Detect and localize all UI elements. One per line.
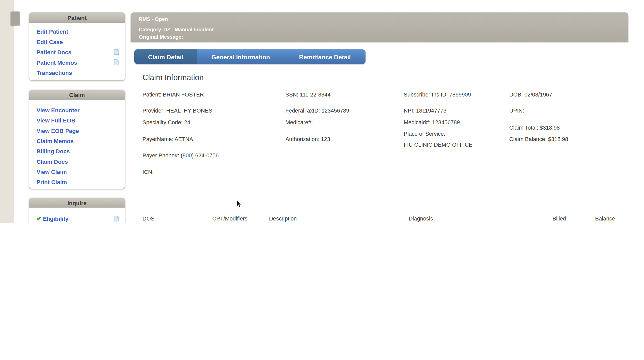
left-margin-strip	[0, 0, 14, 223]
panel-claim: Claim View Encounter View Full EOB View …	[29, 90, 125, 189]
app-window: Patient Edit Patient Edit Case Patient D…	[0, 0, 644, 223]
field-payer-name: PayerName: AETNA	[142, 136, 193, 143]
field-medicare: Medicare#:	[285, 119, 313, 126]
document-icon[interactable]	[114, 49, 119, 55]
main-content: RMS - Open Category: 0Z - Manual Inciden…	[131, 0, 628, 223]
field-dob: DOB: 02/03/1967	[509, 91, 552, 99]
tab-general-information[interactable]: General Information	[197, 49, 284, 64]
panel-patient: Patient Edit Patient Edit Case Patient D…	[29, 12, 125, 80]
field-federal-tax-id: FederalTaxID: 123456789	[285, 107, 349, 115]
tab-bar: Claim Detail General Information Remitta…	[134, 49, 365, 64]
tab-label: Remittance Detail	[299, 53, 351, 60]
field-ssn: SSN: 111-22-3344	[285, 91, 330, 99]
sidebar-item-view-encounter[interactable]: View Encounter	[37, 107, 80, 113]
sidebar-item-edit-case[interactable]: Edit Case	[37, 38, 63, 45]
col-header-diagnosis: Diagnosis	[409, 215, 433, 223]
incident-original-message: Original Message:	[139, 33, 628, 41]
tab-claim-detail[interactable]: Claim Detail	[134, 49, 197, 64]
field-upin: UPIN:	[509, 107, 524, 115]
panel-inquire-header: Inquire	[29, 198, 125, 208]
sidebar-item-print-claim[interactable]: Print Claim	[37, 179, 67, 185]
document-icon[interactable]	[114, 59, 119, 65]
field-claim-balance: Claim Balance: $318.98	[509, 136, 568, 143]
tab-remittance-detail[interactable]: Remittance Detail	[284, 49, 365, 64]
sidebar-item-view-full-eob[interactable]: View Full EOB	[37, 117, 76, 123]
sidebar-item-claim-docs[interactable]: Claim Docs	[37, 158, 68, 165]
col-header-billed: Billed	[552, 215, 566, 223]
field-payer-phone: Payer Phone#: (800) 624-0756	[142, 152, 218, 159]
col-header-dos: DOS	[142, 215, 154, 223]
sidebar-item-view-eob-page[interactable]: View EOB Page	[37, 127, 79, 134]
sidebar-item-edit-patient[interactable]: Edit Patient	[37, 28, 68, 35]
incident-category: Category: 0Z - Manual Incident	[139, 26, 628, 33]
page-title: Claim Information	[142, 73, 203, 82]
col-header-cpt: CPT/Modifiers	[212, 215, 247, 223]
sidebar: Patient Edit Patient Edit Case Patient D…	[29, 0, 125, 223]
field-subscriber-ins-id: Subscriber Ins ID: 7899909	[404, 91, 471, 99]
panel-inquire-title: Inquire	[67, 200, 86, 206]
check-icon: ✔	[37, 215, 42, 221]
col-header-balance: Balance	[595, 215, 615, 223]
service-table-header-row: DOS CPT/Modifiers Description Diagnosis …	[131, 215, 628, 223]
panel-patient-header: Patient	[29, 13, 125, 23]
panel-patient-title: Patient	[67, 14, 86, 21]
field-authorization: Authorization: 123	[285, 136, 330, 143]
field-patient: Patient: BRIAN FOSTER	[142, 91, 204, 99]
sidebar-item-transactions[interactable]: Transactions	[37, 69, 72, 76]
sidebar-item-claim-memos[interactable]: Claim Memos	[37, 137, 74, 144]
sidebar-item-eligibility[interactable]: Eligibility	[43, 215, 68, 222]
window-control-fragment	[11, 11, 20, 25]
panel-claim-header: Claim	[29, 90, 125, 100]
sidebar-item-patient-memos[interactable]: Patient Memos	[37, 59, 77, 66]
field-npi: NPI: 1811947773	[404, 107, 446, 115]
field-claim-total: Claim Total: $318.98	[509, 124, 560, 132]
field-place-of-service-label: Place of Service:	[404, 130, 445, 138]
sidebar-item-view-claim[interactable]: View Claim	[37, 168, 67, 175]
field-place-of-service-value: FIU CLINIC DEMO OFFICE	[404, 141, 472, 149]
incident-status: RMS - Open	[139, 16, 628, 23]
col-header-description: Description	[269, 215, 297, 223]
sidebar-item-billing-docs[interactable]: Billing Docs	[37, 148, 70, 155]
tab-label: General Information	[211, 53, 270, 60]
field-icn: ICN:	[142, 169, 154, 176]
section-divider	[142, 200, 616, 200]
document-icon[interactable]	[114, 215, 119, 221]
field-speciality-code: Speciality Code: 24	[142, 119, 190, 126]
incident-message-bar: RMS - Open Category: 0Z - Manual Inciden…	[131, 12, 628, 42]
field-medicaid: Medicaid#: 123456789	[404, 119, 460, 126]
panel-claim-title: Claim	[69, 91, 85, 98]
tab-label: Claim Detail	[148, 53, 183, 60]
sidebar-item-patient-docs[interactable]: Patient Docs	[37, 49, 71, 55]
panel-inquire: Inquire ✔ Eligibility ✔ Claim Status	[29, 198, 125, 223]
field-provider: Provider: HEALTHY BONES	[142, 107, 212, 115]
